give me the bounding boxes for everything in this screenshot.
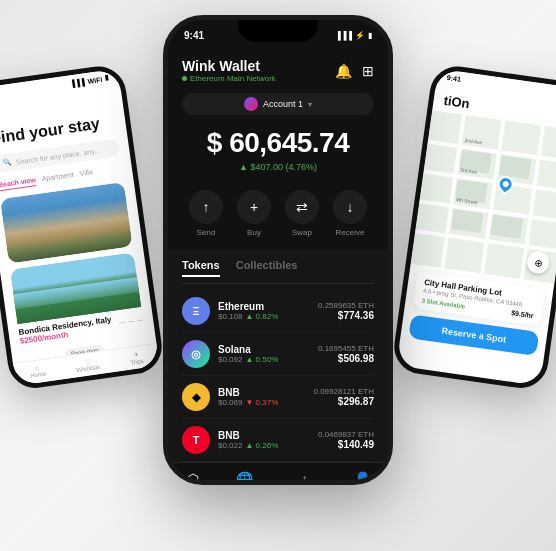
bnb2-price: $0.022 ▲ 0.26% bbox=[218, 441, 318, 450]
nav-transaction[interactable]: ↕ Transaction bbox=[286, 471, 322, 485]
road-label-2: 3rd Ave bbox=[460, 167, 478, 175]
bnb2-name: BNB bbox=[218, 430, 318, 441]
buy-button[interactable]: + Buy bbox=[237, 190, 271, 237]
property-card-2[interactable]: Bondica Residency, Italy $2500/month — —… bbox=[10, 252, 145, 350]
location-button[interactable]: ⊕ bbox=[526, 250, 551, 275]
receive-icon: ↓ bbox=[333, 190, 367, 224]
buy-icon: + bbox=[237, 190, 271, 224]
bnb2-amount: 0.0469837 ETH bbox=[318, 430, 374, 439]
swap-icon: ⇄ bbox=[285, 190, 319, 224]
swap-button[interactable]: ⇄ Swap bbox=[285, 190, 319, 237]
transaction-nav-icon: ↕ bbox=[301, 471, 308, 485]
tab-beach[interactable]: Beach view bbox=[0, 176, 37, 191]
sol-price: $0.092 ▲ 0.50% bbox=[218, 355, 318, 364]
nav-wishlists[interactable]: ♡ Wishlists bbox=[75, 356, 100, 373]
sol-balance: 0.1695455 ETH $506.98 bbox=[318, 344, 374, 364]
balance-amount: $ 60,645.74 bbox=[182, 127, 374, 159]
token-row-bnb1[interactable]: ◆ BNB $0.069 ▼ 0.37% 0.09928121 ETH $296… bbox=[182, 376, 374, 419]
account-name: Account 1 bbox=[263, 99, 303, 109]
nav-profile[interactable]: 👤 Profile bbox=[353, 471, 373, 485]
account-selector[interactable]: Account 1 ▾ bbox=[182, 93, 374, 115]
eth-name: Ethereum bbox=[218, 301, 318, 312]
search-placeholder: Search for any place, any... bbox=[15, 147, 100, 166]
tab-tokens[interactable]: Tokens bbox=[182, 259, 220, 277]
token-row-eth[interactable]: Ξ Ethereum $0.108 ▲ 0.82% 0.2589635 ETH … bbox=[182, 290, 374, 333]
map-background: 2nd Ave 3rd Ave 4th Street ⊕ bbox=[411, 110, 556, 284]
center-phone: 9:41 ▐▐▐ ⚡ ▮ Wink Wallet Ethereum Main N… bbox=[163, 15, 393, 485]
search-icon: 🔍 bbox=[2, 158, 12, 167]
wallet-name: Wink Wallet bbox=[182, 58, 276, 74]
send-icon: ↑ bbox=[189, 190, 223, 224]
center-bottom-nav: ⬡ Wallet 🌐 Explore ↕ Transaction 👤 Profi… bbox=[168, 462, 388, 485]
token-row-sol[interactable]: ◎ Solana $0.092 ▲ 0.50% 0.1695455 ETH $5… bbox=[182, 333, 374, 376]
token-info-bnb1: BNB $0.069 ▼ 0.37% bbox=[218, 387, 314, 407]
token-info-bnb2: BNB $0.022 ▲ 0.26% bbox=[218, 430, 318, 450]
wifi-icon-center: ⚡ bbox=[355, 31, 365, 40]
battery-icon-center: ▮ bbox=[368, 31, 372, 40]
tokens-tabs: Tokens Collectibles bbox=[182, 249, 374, 284]
property-card-1[interactable] bbox=[0, 182, 133, 264]
action-buttons: ↑ Send + Buy ⇄ Swap ↓ Receive bbox=[168, 182, 388, 249]
tab-apartment[interactable]: Apartment bbox=[41, 171, 74, 185]
buy-label: Buy bbox=[247, 228, 261, 237]
sol-amount: 0.1695455 ETH bbox=[318, 344, 374, 353]
notch-area: 9:41 ▐▐▐ ⚡ ▮ bbox=[168, 20, 388, 50]
bnb2-value: $140.49 bbox=[318, 439, 374, 450]
swap-label: Swap bbox=[292, 228, 312, 237]
balance-change: $407.00 (4.76%) bbox=[182, 162, 374, 172]
network-label: Ethereum Main Network bbox=[182, 74, 276, 83]
token-info-eth: Ethereum $0.108 ▲ 0.82% bbox=[218, 301, 318, 321]
explore-nav-icon: 🌐 bbox=[236, 471, 253, 485]
bnb-icon-1: ◆ bbox=[182, 383, 210, 411]
bnb1-name: BNB bbox=[218, 387, 314, 398]
chevron-down-icon: ▾ bbox=[308, 100, 312, 109]
tron-icon: T bbox=[182, 426, 210, 454]
eth-price: $0.108 ▲ 0.82% bbox=[218, 312, 318, 321]
profile-nav-icon: 👤 bbox=[354, 471, 371, 485]
account-avatar bbox=[244, 97, 258, 111]
nav-home[interactable]: ⌂ Home bbox=[29, 364, 47, 380]
balance-section: $ 60,645.74 $407.00 (4.76%) bbox=[168, 119, 388, 182]
battery-icon: ▮ bbox=[105, 74, 110, 82]
center-time: 9:41 bbox=[184, 30, 204, 41]
left-phone: 9:41 ▐▐▐ WiFi ▮ ☰ Find your stay 🔍 Searc… bbox=[0, 63, 165, 392]
nav-wallet[interactable]: ⬡ Wallet bbox=[183, 471, 202, 485]
receive-button[interactable]: ↓ Receive bbox=[333, 190, 367, 237]
tab-villa[interactable]: Villa bbox=[79, 168, 93, 180]
bell-icon[interactable]: 🔔 bbox=[335, 63, 352, 79]
tokens-section: Tokens Collectibles Ξ Ethereum $0.108 ▲ … bbox=[168, 249, 388, 462]
status-icons: ▐▐▐ ⚡ ▮ bbox=[335, 31, 372, 40]
parking-rate: $9.5/hr bbox=[511, 309, 534, 319]
eth-balance: 0.2589635 ETH $774.36 bbox=[318, 301, 374, 321]
bnb2-balance: 0.0469837 ETH $140.49 bbox=[318, 430, 374, 450]
qr-icon[interactable]: ⊞ bbox=[362, 63, 374, 79]
sol-icon: ◎ bbox=[182, 340, 210, 368]
token-info-sol: Solana $0.092 ▲ 0.50% bbox=[218, 344, 318, 364]
parking-spots: 3 Slot Available bbox=[421, 297, 465, 309]
bnb1-price: $0.069 ▼ 0.37% bbox=[218, 398, 314, 407]
tab-collectibles[interactable]: Collectibles bbox=[236, 259, 298, 277]
phones-container: 9:41 ▐▐▐ WiFi ▮ ☰ Find your stay 🔍 Searc… bbox=[0, 0, 556, 551]
nav-trips[interactable]: ✈ Trips bbox=[129, 350, 144, 366]
nav-explore[interactable]: 🌐 Explore bbox=[233, 471, 257, 485]
map-container: 2nd Ave 3rd Ave 4th Street ⊕ bbox=[411, 110, 556, 284]
wallet-title-section: Wink Wallet Ethereum Main Network bbox=[182, 58, 276, 83]
right-time: 9:41 bbox=[446, 74, 461, 85]
wifi-icon: WiFi bbox=[87, 75, 103, 84]
send-button[interactable]: ↑ Send bbox=[189, 190, 223, 237]
map-block-4 bbox=[451, 209, 483, 233]
wallet-nav-icon: ⬡ bbox=[187, 471, 199, 485]
bnb1-amount: 0.09928121 ETH bbox=[314, 387, 375, 396]
trips-icon: ✈ bbox=[133, 351, 139, 359]
heart-icon: ♡ bbox=[84, 357, 90, 365]
road-label-1: 2nd Ave bbox=[464, 137, 483, 145]
home-icon: ⌂ bbox=[35, 365, 39, 371]
sol-name: Solana bbox=[218, 344, 318, 355]
eth-amount: 0.2589635 ETH bbox=[318, 301, 374, 310]
notch bbox=[238, 20, 318, 42]
signal-icon: ▐▐▐ bbox=[69, 78, 85, 87]
bnb1-balance: 0.09928121 ETH $296.87 bbox=[314, 387, 375, 407]
eth-icon: Ξ bbox=[182, 297, 210, 325]
right-phone: 9:41 🚗 tiOn bbox=[391, 63, 556, 392]
token-row-bnb2[interactable]: T BNB $0.022 ▲ 0.26% 0.0469837 ETH $140.… bbox=[182, 419, 374, 462]
